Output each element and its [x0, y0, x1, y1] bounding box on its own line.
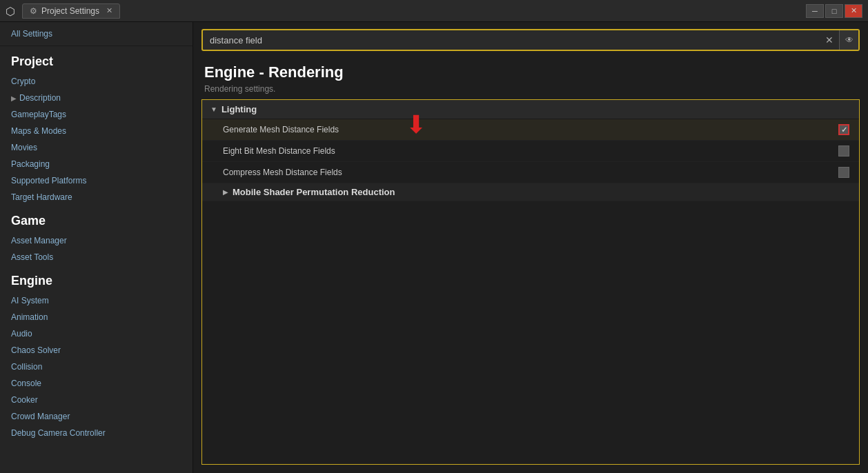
- checkbox-eight-bit-mesh-distance-fields[interactable]: [838, 145, 849, 157]
- minimize-button[interactable]: ─: [806, 4, 824, 18]
- sidebar-item-target-hardware[interactable]: Target Hardware: [0, 189, 193, 205]
- sidebar-item-collision[interactable]: Collision: [0, 359, 193, 375]
- setting-row-generate-mesh-distance-fields: Generate Mesh Distance Fields: [202, 119, 859, 141]
- sidebar-item-audio[interactable]: Audio: [0, 325, 193, 342]
- search-input[interactable]: [203, 31, 820, 50]
- sidebar-item-cooker[interactable]: Cooker: [0, 392, 193, 408]
- gear-icon: ⚙: [30, 6, 37, 16]
- sidebar-item-crowd-manager[interactable]: Crowd Manager: [0, 408, 193, 425]
- search-eye-button[interactable]: 👁: [839, 30, 858, 50]
- title-bar: ⬡ ⚙ Project Settings ✕ ─ □ ✕: [0, 0, 868, 22]
- maximize-button[interactable]: □: [825, 4, 843, 18]
- sidebar-item-maps-modes[interactable]: Maps & Modes: [0, 123, 193, 139]
- expand-arrow-icon: ▶: [223, 188, 228, 196]
- setting-row-compress-mesh-distance-fields: Compress Mesh Distance Fields: [202, 162, 859, 183]
- lighting-category[interactable]: ▼ Lighting: [202, 100, 859, 119]
- game-section-title: Game: [0, 205, 193, 232]
- chevron-right-icon: ▶: [11, 94, 17, 102]
- setting-label-generate-mesh-distance-fields: Generate Mesh Distance Fields: [223, 125, 837, 134]
- sidebar-item-description[interactable]: ▶ Description: [0, 90, 193, 106]
- page-title: Engine - Rendering: [193, 58, 868, 83]
- setting-row-eight-bit-mesh-distance-fields: Eight Bit Mesh Distance Fields: [202, 141, 859, 162]
- mobile-shader-category[interactable]: ▶ Mobile Shader Permutation Reduction: [202, 183, 859, 201]
- sidebar-item-gameplaytags[interactable]: GameplayTags: [0, 106, 193, 123]
- project-section-title: Project: [0, 46, 193, 73]
- sidebar-item-asset-tools[interactable]: Asset Tools: [0, 249, 193, 265]
- close-button[interactable]: ✕: [845, 4, 862, 18]
- settings-panel: ▼ Lighting ⬇ Generate Mesh Distance Fiel…: [201, 99, 860, 465]
- sidebar-item-chaos-solver[interactable]: Chaos Solver: [0, 342, 193, 359]
- setting-control-eight-bit-mesh-distance-fields[interactable]: [837, 144, 851, 158]
- project-settings-tab[interactable]: ⚙ Project Settings ✕: [22, 3, 120, 19]
- search-clear-button[interactable]: ✕: [820, 30, 839, 50]
- sidebar-item-asset-manager[interactable]: Asset Manager: [0, 232, 193, 249]
- mobile-shader-category-label: Mobile Shader Permutation Reduction: [233, 187, 395, 197]
- setting-label-compress-mesh-distance-fields: Compress Mesh Distance Fields: [223, 168, 837, 177]
- sidebar-item-debug-camera-controller[interactable]: Debug Camera Controller: [0, 425, 193, 441]
- sidebar-item-packaging[interactable]: Packaging: [0, 156, 193, 172]
- checkbox-compress-mesh-distance-fields[interactable]: [838, 167, 849, 178]
- window-controls: ─ □ ✕: [806, 4, 862, 18]
- checkbox-generate-mesh-distance-fields[interactable]: [838, 124, 849, 135]
- sidebar-item-movies[interactable]: Movies: [0, 139, 193, 156]
- sidebar-item-crypto[interactable]: Crypto: [0, 73, 193, 90]
- engine-section-title: Engine: [0, 265, 193, 292]
- sidebar: All Settings Project Crypto ▶ Descriptio…: [0, 22, 193, 473]
- lighting-category-label: Lighting: [221, 104, 257, 114]
- page-subtitle: Rendering settings.: [193, 83, 868, 99]
- main-layout: All Settings Project Crypto ▶ Descriptio…: [0, 22, 868, 473]
- sidebar-item-animation[interactable]: Animation: [0, 309, 193, 325]
- tab-label: Project Settings: [41, 6, 99, 16]
- setting-control-compress-mesh-distance-fields[interactable]: [837, 165, 851, 179]
- content-area: ✕ 👁 Engine - Rendering Rendering setting…: [193, 22, 868, 473]
- app-logo: ⬡: [6, 5, 18, 17]
- sidebar-item-console[interactable]: Console: [0, 375, 193, 392]
- sidebar-item-ai-system[interactable]: AI System: [0, 292, 193, 309]
- collapse-arrow-icon: ▼: [210, 105, 217, 113]
- search-bar: ✕ 👁: [201, 29, 860, 51]
- sidebar-item-description-label: Description: [19, 93, 61, 103]
- setting-control-generate-mesh-distance-fields[interactable]: [837, 123, 851, 137]
- sidebar-item-supported-platforms[interactable]: Supported Platforms: [0, 172, 193, 189]
- setting-label-eight-bit-mesh-distance-fields: Eight Bit Mesh Distance Fields: [223, 146, 837, 156]
- all-settings-link[interactable]: All Settings: [0, 22, 193, 46]
- tab-close-button[interactable]: ✕: [106, 6, 112, 15]
